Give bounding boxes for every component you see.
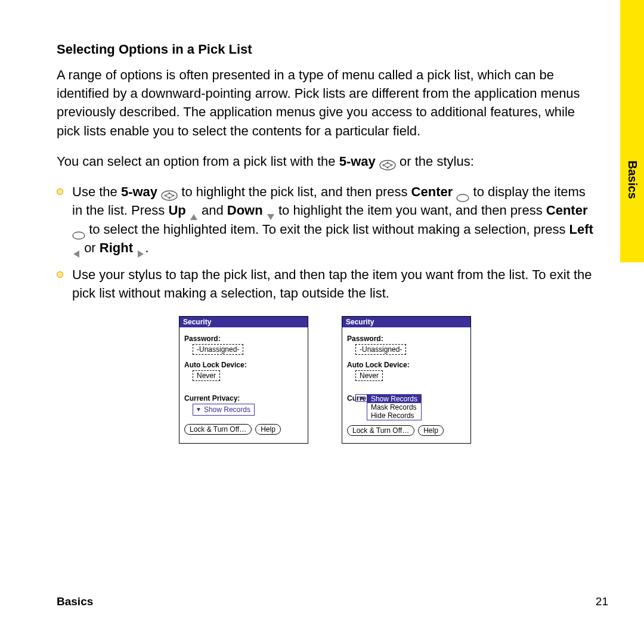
side-tab-label: Basics xyxy=(626,160,639,199)
page-footer: Basics 21 xyxy=(57,595,608,608)
text: . xyxy=(145,240,148,255)
window-title: Security xyxy=(179,317,308,327)
svg-marker-9 xyxy=(173,194,175,197)
screenshot-row: Security Password: -Unassigned- Auto Loc… xyxy=(57,316,593,444)
help-button[interactable]: Help xyxy=(418,425,444,436)
chevron-down-icon: ▼ xyxy=(355,394,367,402)
autolock-label: Auto Lock Device: xyxy=(347,361,466,369)
palm-security-closed: Security Password: -Unassigned- Auto Loc… xyxy=(179,316,308,444)
svg-marker-11 xyxy=(168,198,171,200)
privacy-picklist-open[interactable]: ▼ Show Records Mask Records Hide Records xyxy=(355,394,466,420)
text: or the stylus: xyxy=(400,154,474,169)
left-arrow-icon xyxy=(72,244,80,253)
lock-turn-off-button[interactable]: Lock & Turn Off… xyxy=(184,424,252,435)
footer-page-number: 21 xyxy=(596,595,608,608)
list-item: Use the 5-way to highlight the pick list… xyxy=(57,182,593,257)
picklist-value: Show Records xyxy=(204,405,250,414)
bold: Center xyxy=(411,184,453,199)
text: to highlight the pick list, and then pre… xyxy=(181,184,411,199)
svg-marker-5 xyxy=(386,168,389,169)
list-item: Use your stylus to tap the pick list, an… xyxy=(57,265,593,302)
main-content: Selecting Options in a Pick List A range… xyxy=(0,0,629,444)
svg-marker-10 xyxy=(168,192,171,194)
text: and xyxy=(202,203,227,218)
svg-marker-14 xyxy=(267,214,274,220)
five-way-navigator-icon xyxy=(379,157,396,168)
lock-turn-off-button[interactable]: Lock & Turn Off… xyxy=(347,425,414,436)
chevron-down-icon: ▼ xyxy=(196,407,202,413)
svg-point-1 xyxy=(385,163,391,167)
svg-marker-17 xyxy=(138,250,144,258)
autolock-value[interactable]: Never xyxy=(193,370,220,381)
bold: 5-way xyxy=(121,184,157,199)
svg-marker-13 xyxy=(190,214,197,220)
text: to select the highlighted item. To exit … xyxy=(89,222,569,237)
svg-marker-3 xyxy=(391,164,393,166)
text: or xyxy=(84,240,100,255)
password-value[interactable]: -Unassigned- xyxy=(193,344,243,355)
right-arrow-icon xyxy=(137,244,145,253)
five-way-navigator-icon xyxy=(161,187,178,198)
bold: Up xyxy=(168,203,185,218)
picklist-option[interactable]: Mask Records xyxy=(367,403,421,411)
palm-security-open: Security Password: -Unassigned- Auto Loc… xyxy=(342,316,471,444)
help-button[interactable]: Help xyxy=(255,424,281,435)
up-arrow-icon xyxy=(190,208,198,216)
manual-page: Basics Selecting Options in a Pick List … xyxy=(0,0,644,644)
center-button-icon xyxy=(456,188,469,197)
button-row: Lock & Turn Off… Help xyxy=(184,424,303,435)
side-tab: Basics xyxy=(620,0,644,262)
password-label: Password: xyxy=(347,335,466,343)
section-heading: Selecting Options in a Pick List xyxy=(57,42,593,57)
svg-marker-16 xyxy=(73,250,79,258)
bold: Center xyxy=(546,203,588,218)
svg-point-12 xyxy=(457,194,469,202)
svg-point-15 xyxy=(73,232,85,239)
bold: Down xyxy=(227,203,263,218)
footer-section: Basics xyxy=(57,595,93,608)
privacy-label: Current Privacy: xyxy=(184,394,303,402)
svg-point-7 xyxy=(166,194,172,197)
center-button-icon xyxy=(72,226,85,234)
picklist-option-selected[interactable]: Show Records xyxy=(367,395,421,403)
window-body: Password: -Unassigned- Auto Lock Device:… xyxy=(179,327,308,442)
text: You can select an option from a pick lis… xyxy=(57,154,339,169)
intro-para: A range of options is often presented in… xyxy=(57,66,593,140)
lead-para: You can select an option from a pick lis… xyxy=(57,152,593,171)
svg-marker-4 xyxy=(386,162,389,163)
bold-5way: 5-way xyxy=(339,154,376,169)
bullet-list: Use the 5-way to highlight the pick list… xyxy=(57,182,593,302)
bold: Left xyxy=(569,222,593,237)
bold: Right xyxy=(100,240,133,255)
button-row: Lock & Turn Off… Help xyxy=(347,425,466,436)
autolock-label: Auto Lock Device: xyxy=(184,361,303,369)
window-body: Password: -Unassigned- Auto Lock Device:… xyxy=(342,327,470,443)
window-title: Security xyxy=(342,317,470,327)
text: to highlight the item you want, and then… xyxy=(278,203,546,218)
password-value[interactable]: -Unassigned- xyxy=(355,344,406,355)
down-arrow-icon xyxy=(267,208,275,216)
picklist-option[interactable]: Hide Records xyxy=(367,411,421,420)
svg-marker-2 xyxy=(382,164,384,166)
password-label: Password: xyxy=(184,335,303,343)
autolock-value[interactable]: Never xyxy=(355,370,383,381)
svg-marker-8 xyxy=(164,194,166,197)
text: Use the xyxy=(72,184,121,199)
privacy-picklist[interactable]: ▼ Show Records xyxy=(193,404,255,416)
